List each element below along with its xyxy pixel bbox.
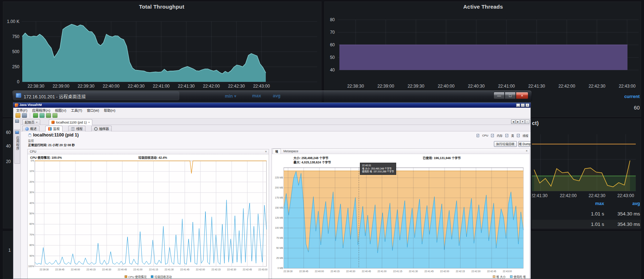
svg-text:60: 60: [330, 42, 335, 47]
heap-size-legend-item[interactable]: 堆 大小: [493, 275, 506, 279]
tab-start-page-close-icon[interactable]: ×: [36, 121, 38, 124]
visualvm-window[interactable]: Java VisualVM _ □ × 文件(F) 应用程序(A) 视图(V) …: [13, 102, 531, 279]
svg-text:22:43:00: 22:43:00: [503, 270, 512, 273]
visualvm-minimize-button[interactable]: _: [516, 103, 520, 107]
legend-row-2[interactable]: 1.01 s 354.30 ms: [532, 220, 641, 229]
response-times-chart[interactable]: 22:41:3022:42:0022:42:3022:43:00: [532, 131, 641, 200]
menu-tools[interactable]: 工具(T): [71, 108, 82, 113]
heap-dump-icon[interactable]: [46, 113, 51, 118]
checkbox-cpu-box[interactable]: ✓: [477, 134, 479, 137]
svg-text:22:41:15: 22:41:15: [393, 270, 403, 273]
gc-activity-legend-item[interactable]: 垃圾回收活动: [151, 275, 172, 279]
legend-header-avg-2[interactable]: avg: [604, 201, 640, 206]
subtab-sampler[interactable]: 抽样器: [91, 126, 112, 131]
tab-start-page-label: 起始页: [25, 120, 34, 125]
svg-text:22:41:30: 22:41:30: [528, 84, 545, 89]
tab-localhost-1100[interactable]: localhost:1100 (pid 1) ×: [49, 119, 92, 125]
svg-text:22:42:00: 22:42:00: [559, 84, 575, 89]
menu-window[interactable]: 窗口(W): [87, 108, 99, 113]
tab-maximize-icon[interactable]: □: [525, 120, 529, 124]
profiler-snapshot-icon[interactable]: [52, 113, 57, 118]
metaspace-tab[interactable]: Metaspace: [281, 149, 301, 154]
active-threads-chart[interactable]: 405060708022:38:3022:39:0022:39:3022:40:…: [324, 16, 641, 91]
legend-row-2-avg: 354.30 ms: [604, 222, 640, 227]
sidebar-applications-tab[interactable]: 应用程序: [14, 129, 20, 164]
legend-header-current[interactable]: current: [604, 94, 640, 99]
java-app-icon: [51, 121, 55, 124]
cpu-usage-swatch-icon: [125, 275, 127, 278]
heap-tab[interactable]: 堆: [273, 149, 281, 154]
checkbox-memory[interactable]: ✓: [491, 134, 494, 137]
thread-dump-icon[interactable]: [40, 113, 45, 118]
menu-help[interactable]: 帮助(H): [104, 108, 115, 113]
panel-title-total-throughput[interactable]: Total Throughput: [90, 4, 233, 10]
svg-text:80%: 80%: [29, 244, 34, 246]
heap-used-legend-item[interactable]: 使用的 堆: [510, 275, 526, 279]
monitor-heading: localhost:1100 (pid 1): [33, 132, 79, 138]
tab-start-page[interactable]: 起始页 ×: [22, 119, 40, 125]
checkbox-threads-label: 线程: [523, 134, 528, 138]
menu-applications[interactable]: 应用程序(A): [32, 108, 50, 113]
cpu-section-close-icon[interactable]: ×: [265, 150, 267, 153]
applications-sidebar[interactable]: 应用程序: [13, 118, 21, 279]
svg-text:22:40:30: 22:40:30: [346, 270, 356, 273]
tooltip-heap-size: 堆 大小: 253,460,348 个字节: [362, 167, 394, 171]
visualvm-close-button[interactable]: ×: [525, 103, 529, 107]
svg-text:22:42:45: 22:42:45: [243, 268, 252, 271]
svg-text:22:42:30: 22:42:30: [589, 84, 606, 89]
svg-text:70: 70: [330, 30, 335, 35]
svg-text:22:40:30: 22:40:30: [128, 84, 145, 89]
svg-text:22:42:15: 22:42:15: [212, 268, 221, 271]
legend-row-1[interactable]: 1.01 s 354.30 ms: [532, 210, 641, 219]
rdp-title-bar[interactable]: 172.16.101.201 - 远程桌面连接 — □ ×: [12, 90, 532, 101]
tab-scroll-left-icon[interactable]: ◀: [511, 120, 515, 124]
tab-localhost-1100-close-icon[interactable]: ×: [88, 121, 90, 124]
legend-row-2-max: 1.01 s: [568, 222, 604, 227]
cpu-section-header[interactable]: CPU ×: [28, 149, 269, 154]
monitor-view: localhost:1100 (pid 1) ✓ CPU ✓ 内存 ✓ 类 ✓ …: [21, 131, 531, 279]
desktop: Total Throughput Active Threads ct) 0250…: [0, 0, 644, 279]
cpu-usage-chart[interactable]: 0%10%20%30%40%50%60%70%80%90%100%22:39:3…: [28, 159, 269, 274]
legend-header-max-2[interactable]: max: [568, 201, 604, 206]
heap-dump-button[interactable]: 堆 Dump: [518, 141, 531, 147]
sidebar-window-icon[interactable]: [15, 120, 19, 123]
subtab-monitor[interactable]: 监视: [45, 126, 62, 131]
heap-memory-chart[interactable]: 0 MB25 MB50 MB75 MB100 MB125 MB150 MB175…: [272, 164, 530, 274]
save-icon[interactable]: [22, 113, 27, 118]
memory-section-close-icon[interactable]: ×: [526, 149, 528, 153]
left-panel-tick-60: 60: [2, 130, 11, 135]
menu-view[interactable]: 视图(V): [55, 108, 66, 113]
svg-text:200 MB: 200 MB: [275, 186, 283, 189]
svg-text:90%: 90%: [29, 255, 34, 257]
rdp-maximize-button[interactable]: □: [505, 92, 516, 99]
tab-scroll-right-icon[interactable]: ▶: [516, 120, 520, 124]
open-folder-icon[interactable]: [15, 113, 20, 118]
svg-text:22:42:30: 22:42:30: [472, 270, 481, 273]
rdp-window[interactable]: 172.16.101.201 - 远程桌面连接 — □ × Java Visua…: [12, 90, 532, 279]
svg-text:225 MB: 225 MB: [275, 176, 283, 179]
cpu-usage-legend-item[interactable]: CPU 使用情况: [125, 275, 147, 279]
svg-text:22:42:45: 22:42:45: [487, 270, 496, 273]
subtab-threads[interactable]: 线程: [68, 126, 85, 131]
rdp-close-button[interactable]: ×: [516, 92, 528, 99]
visualvm-restore-button[interactable]: □: [521, 103, 525, 107]
total-throughput-chart[interactable]: 02505007501.00 K22:38:3022:39:0022:39:30…: [3, 16, 319, 91]
checkbox-threads[interactable]: ✓: [517, 134, 520, 137]
checkbox-classes[interactable]: ✓: [505, 134, 508, 137]
panel-title-active-threads[interactable]: Active Threads: [411, 4, 555, 10]
tab-list-dropdown-icon[interactable]: ▼: [520, 120, 525, 124]
checkbox-cpu[interactable]: ✓: [477, 134, 479, 137]
subtab-overview[interactable]: 概述: [22, 126, 40, 131]
visualvm-title-bar[interactable]: Java VisualVM _ □ ×: [13, 103, 531, 108]
svg-text:500: 500: [12, 49, 19, 54]
svg-text:10%: 10%: [29, 170, 34, 172]
memory-section-header: 堆 Metaspace ×: [272, 149, 529, 154]
rdp-minimize-button[interactable]: —: [494, 92, 505, 99]
svg-text:22:39:30: 22:39:30: [283, 270, 293, 273]
svg-text:50 MB: 50 MB: [276, 247, 283, 249]
menu-file[interactable]: 文件(F): [16, 108, 27, 113]
application-snapshot-icon[interactable]: [33, 113, 38, 118]
svg-text:22:38:30: 22:38:30: [347, 84, 364, 89]
perform-gc-button[interactable]: 执行垃圾回收: [494, 141, 517, 147]
heap-used-swatch-icon: [510, 275, 513, 278]
